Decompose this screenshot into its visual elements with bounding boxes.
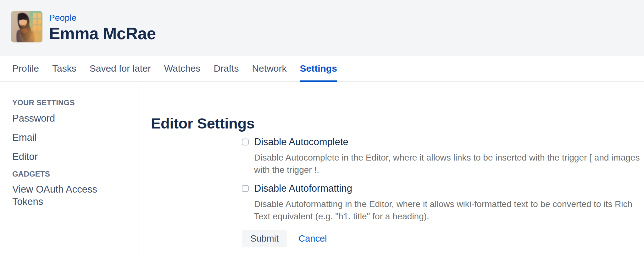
sidebar-item-view-oauth-access-tokens[interactable]: View OAuth Access Tokens bbox=[12, 183, 102, 208]
disable-autocomplete-label[interactable]: Disable Autocomplete bbox=[254, 136, 348, 148]
submit-button[interactable]: Submit bbox=[242, 230, 287, 247]
settings-sidebar: YOUR SETTINGS Password Email Editor GADG… bbox=[0, 82, 138, 256]
sidebar-item-email[interactable]: Email bbox=[12, 131, 102, 144]
sidebar-section-your-settings: YOUR SETTINGS bbox=[12, 98, 128, 107]
disable-autocomplete-description: Disable Autocomplete in the Editor, wher… bbox=[254, 151, 641, 176]
tab-drafts[interactable]: Drafts bbox=[214, 56, 239, 81]
tab-saved-for-later[interactable]: Saved for later bbox=[90, 56, 151, 81]
people-settings-page: People Emma McRae Profile Tasks Saved fo… bbox=[0, 0, 644, 257]
disable-autoformatting-label[interactable]: Disable Autoformatting bbox=[254, 182, 352, 195]
page-body: YOUR SETTINGS Password Email Editor GADG… bbox=[0, 82, 644, 256]
sidebar-section-gadgets: GADGETS bbox=[12, 170, 128, 178]
field-disable-autoformatting: Disable Autoformatting Disable Autoforma… bbox=[242, 182, 644, 222]
disable-autocomplete-checkbox[interactable] bbox=[242, 139, 249, 145]
editor-settings-content: Editor Settings Disable Autocomplete Dis… bbox=[138, 82, 644, 256]
field-disable-autocomplete: Disable Autocomplete Disable Autocomplet… bbox=[242, 136, 644, 176]
tab-profile[interactable]: Profile bbox=[12, 56, 39, 81]
tab-watches[interactable]: Watches bbox=[164, 56, 201, 81]
sidebar-item-editor[interactable]: Editor bbox=[12, 150, 102, 163]
profile-header: People Emma McRae bbox=[0, 0, 644, 56]
disable-autoformatting-checkbox[interactable] bbox=[242, 185, 249, 192]
tab-network[interactable]: Network bbox=[252, 56, 286, 81]
people-breadcrumb-link[interactable]: People bbox=[49, 13, 76, 23]
content-title: Editor Settings bbox=[151, 116, 644, 131]
editor-settings-form: Disable Autocomplete Disable Autocomplet… bbox=[242, 136, 644, 247]
cancel-link[interactable]: Cancel bbox=[298, 233, 327, 244]
checkbox-row: Disable Autoformatting bbox=[242, 182, 644, 195]
tab-tasks[interactable]: Tasks bbox=[52, 56, 76, 81]
tab-settings[interactable]: Settings bbox=[300, 56, 337, 81]
disable-autoformatting-description: Disable Autoformatting in the Editor, wh… bbox=[254, 198, 641, 222]
user-name-title: Emma McRae bbox=[49, 24, 156, 43]
checkbox-row: Disable Autocomplete bbox=[242, 136, 644, 148]
header-text: People Emma McRae bbox=[49, 11, 156, 43]
profile-tabbar: Profile Tasks Saved for later Watches Dr… bbox=[0, 56, 644, 82]
avatar bbox=[11, 11, 42, 42]
avatar-photo-illustration bbox=[11, 11, 42, 42]
form-buttons: Submit Cancel bbox=[242, 230, 644, 247]
sidebar-item-password[interactable]: Password bbox=[12, 112, 102, 125]
